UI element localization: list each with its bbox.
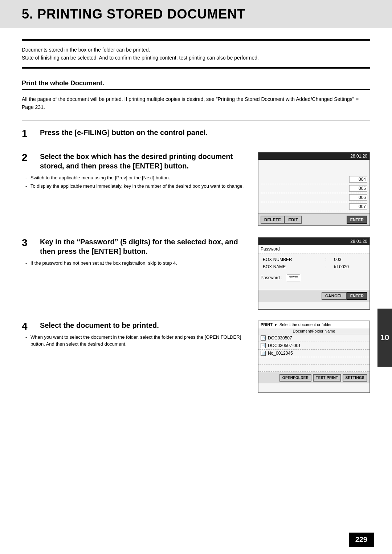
- step-2-number: 2: [22, 152, 36, 163]
- edit-button[interactable]: EDIT: [285, 216, 302, 224]
- screen-4-doc-1[interactable]: 📄 DOC030507: [258, 334, 369, 342]
- step-4-number: 4: [22, 321, 36, 331]
- step-2-title: Select the box which has the desired pri…: [40, 152, 250, 171]
- step-1-content: Press the [e-FILING] button on the contr…: [40, 128, 370, 141]
- screen-4-arrow: ►: [274, 322, 278, 327]
- intro-line2: State of finishing can be selected. And …: [22, 54, 370, 62]
- screen-2-val-2: 005: [349, 185, 367, 192]
- step-2: 2 Select the box which has the desired p…: [22, 152, 370, 226]
- screen-3-password-row: Password : *****: [258, 273, 369, 282]
- step-4-title: Select the document to be printed.: [40, 321, 159, 330]
- intro-section: Documents stored in the box or the folde…: [22, 39, 370, 69]
- step-4-screen: PRINT ► Select the document or folder Do…: [258, 321, 370, 393]
- step-4-number-title: 4 Select the document to be printed.: [22, 321, 250, 334]
- screen-3-password-label: Password: [258, 245, 369, 253]
- screen-3-footer: CANCEL ENTER: [258, 290, 369, 302]
- step-1: 1 Press the [e-FILING] button on the con…: [22, 128, 370, 141]
- screen-4-header-text: Select the document or folder: [279, 322, 332, 327]
- step-3-bullet-1: If the password has not been set at the …: [25, 260, 250, 267]
- step-2-bullet-1: Switch to the applicable menu using the …: [25, 174, 250, 182]
- screen-4-empty-row-2: [258, 364, 369, 372]
- screen-2-val-3: 006: [349, 194, 367, 201]
- step-2-left: 2 Select the box which has the desired p…: [22, 152, 250, 191]
- screen-2-body: 004 005 006 007: [258, 160, 369, 213]
- screen-3-box-name-row: BOX NAME : td-0020: [261, 264, 367, 270]
- screen-3-box-name-colon: :: [324, 264, 332, 270]
- doc-icon-2: 📄: [261, 343, 266, 348]
- doc-icon-3: 📄: [261, 351, 266, 356]
- step-2-bullet-2: To display the applicable menu immediate…: [25, 183, 250, 190]
- screen-2-val-1: 004: [349, 176, 367, 183]
- doc-icon-1: 📄: [261, 335, 266, 341]
- step-3-screen: 28.01.20 Password BOX NUMBER : 003 BOX N…: [258, 237, 370, 310]
- screen-4-doc-1-name: DOC030507: [268, 335, 292, 341]
- page-number: 229: [349, 533, 374, 547]
- screen-4-doc-3[interactable]: 📄 No_0012045: [258, 350, 369, 357]
- test-print-button[interactable]: TEST PRINT: [313, 374, 341, 382]
- page-title: 5. PRINTING STORED DOCUMENT: [22, 7, 370, 22]
- screen-2-row-2: 005: [261, 184, 367, 193]
- section-title: Print the whole Document.: [22, 80, 370, 87]
- step-3-bullets: If the password has not been set at the …: [25, 260, 250, 267]
- step-1-number: 1: [22, 129, 36, 139]
- screen-3-password-value: *****: [287, 274, 300, 281]
- screen-3-box-number-label: BOX NUMBER: [261, 256, 323, 263]
- screen-3-box-name-label: BOX NAME: [261, 264, 323, 270]
- screen-3-box-number-colon: :: [324, 256, 332, 263]
- chapter-tab: 10: [377, 309, 392, 367]
- screen-3-password-field-label: Password: [261, 275, 280, 280]
- screen-4-doc-2-name: DOC030507-001: [268, 343, 301, 348]
- screen-2-row-3: 006: [261, 193, 367, 202]
- step-3-title: Key in the “Password” (5 digits) for the…: [40, 237, 250, 256]
- screen-3-box-number-row: BOX NUMBER : 003: [261, 256, 367, 263]
- section-heading: Print the whole Document.: [22, 80, 370, 90]
- settings-button[interactable]: SETTINGS: [343, 374, 367, 382]
- step-4-bullets: When you want to select the document in …: [25, 334, 250, 348]
- intro-line1: Documents stored in the box or the folde…: [22, 46, 370, 54]
- openfolder-button[interactable]: OPENFOLDER: [279, 374, 311, 382]
- step-3-number: 3: [22, 238, 36, 248]
- cancel-button-3[interactable]: CANCEL: [322, 292, 347, 300]
- step-1-title: Press the [e-FILING] button on the contr…: [40, 128, 370, 137]
- enter-button-3[interactable]: ENTER: [347, 292, 367, 300]
- screen-4-print-label: PRINT: [261, 322, 273, 327]
- enter-button-2[interactable]: ENTER: [347, 216, 367, 224]
- step-3-left: 3 Key in the “Password” (5 digits) for t…: [22, 237, 250, 268]
- step-2-screen: 28.01.20 004 005 006 007: [258, 152, 370, 226]
- screen-2-val-4: 007: [349, 203, 367, 210]
- screen-2-header: 28.01.20: [258, 152, 369, 160]
- step-3-number-title: 3 Key in the “Password” (5 digits) for t…: [22, 237, 250, 260]
- screen-3-info-table: BOX NUMBER : 003 BOX NAME : td-0020: [258, 256, 369, 271]
- screen-4-doc-2[interactable]: 📄 DOC030507-001: [258, 342, 369, 350]
- screen-2-row-1: 004: [261, 175, 367, 184]
- section-description: All the pages of the document will be pr…: [22, 95, 370, 111]
- step-4-left: 4 Select the document to be printed. Whe…: [22, 321, 250, 349]
- screen-2-row-4: 007: [261, 202, 367, 211]
- screen-4-doc-3-name: No_0012045: [268, 351, 293, 356]
- screen-4-footer: OPENFOLDER TEST PRINT SETTINGS: [258, 372, 369, 383]
- screen-4-header-row: PRINT ► Select the document or folder: [258, 321, 369, 328]
- screen-4-col-header: Document/Folder Name: [258, 328, 369, 334]
- step-4-bullet-1: When you want to select the document in …: [25, 334, 250, 348]
- screen-3-box-name-value: td-0020: [332, 264, 367, 270]
- screen-3-box-number-value: 003: [332, 256, 367, 263]
- step-4: 4 Select the document to be printed. Whe…: [22, 321, 370, 393]
- step-3: 3 Key in the “Password” (5 digits) for t…: [22, 237, 370, 310]
- screen-2-footer: DELETE EDIT ENTER: [258, 213, 369, 225]
- step-2-bullets: Switch to the applicable menu using the …: [25, 174, 250, 190]
- screen-4-empty-row-1: [258, 357, 369, 364]
- delete-button[interactable]: DELETE: [261, 216, 285, 224]
- screen-3-header: 28.01.20: [258, 238, 369, 245]
- screen-3-password-field-colon: :: [281, 275, 282, 280]
- step-2-number-title: 2 Select the box which has the desired p…: [22, 152, 250, 174]
